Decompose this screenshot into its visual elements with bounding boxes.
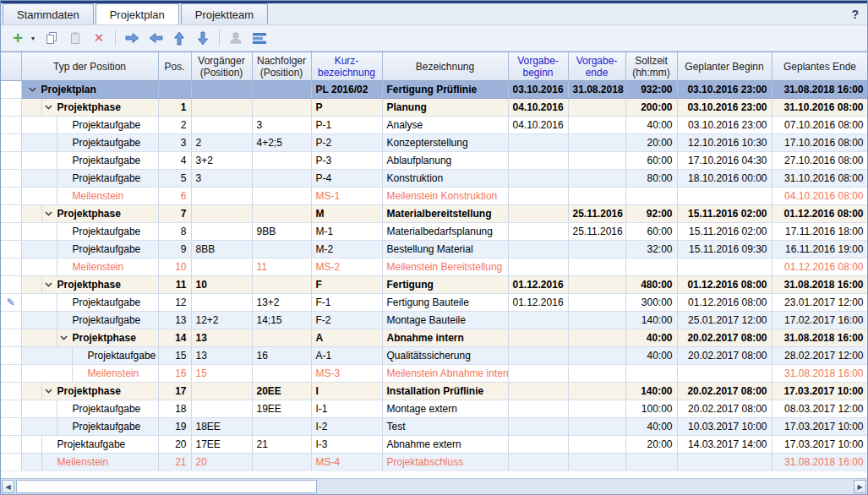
add-dropdown-button[interactable]: ▾ — [28, 28, 38, 48]
column-header-pstart[interactable]: Geplanter Beginn — [677, 52, 772, 81]
column-header-name[interactable]: Bezeichnung — [382, 52, 508, 81]
table-row-pos-2[interactable]: Projektaufgabe23P-1Analyse04.10.201640:0… — [1, 117, 867, 134]
description-cell: Montage Bauteile — [382, 312, 508, 329]
help-icon[interactable]: ? — [851, 8, 859, 21]
planned-end-cell: 04.10.2016 08:00 — [772, 188, 867, 205]
column-header-type[interactable]: Typ der Position — [21, 52, 158, 81]
predecessor-cell: 20 — [191, 454, 252, 471]
planned-end-cell: 31.08.2018 16:00 — [772, 81, 867, 99]
table-row-pos-5[interactable]: Projektaufgabe53P-4Konstruktion80:0018.1… — [1, 170, 867, 188]
table-row-pos-21[interactable]: Meilenstein2120MS-4Projektabschluss31.08… — [1, 454, 867, 471]
chevron-down-icon[interactable] — [42, 105, 56, 110]
scroll-left-button[interactable]: ◀ — [2, 480, 14, 493]
table-row-pos-4[interactable]: Projektaufgabe43+2P-3Ablaufplanung60:001… — [1, 152, 867, 170]
table-row-pos-7[interactable]: Projektphase7MMaterialbereitstellung25.1… — [1, 205, 867, 223]
delete-button[interactable]: ✕ — [89, 28, 109, 48]
tab-stammdaten[interactable]: Stammdaten — [3, 3, 94, 24]
tree-indent — [26, 152, 57, 170]
target-start-cell — [508, 312, 568, 329]
row-marker-cell — [1, 418, 21, 436]
pos-cell: 20 — [158, 436, 191, 454]
type-tree-cell: Projektaufgabe — [21, 241, 158, 258]
short-code-cell: I — [311, 383, 382, 400]
add-button[interactable]: + — [8, 28, 28, 48]
outdent-left-button[interactable] — [145, 28, 166, 48]
indent-right-button[interactable] — [122, 28, 142, 48]
predecessor-cell — [191, 258, 252, 276]
target-end-cell — [568, 152, 625, 170]
tree-indent — [26, 117, 57, 134]
table-row-pos-15[interactable]: Projektaufgabe151316A-1Qualitätssicherun… — [1, 347, 867, 365]
tab-projektteam[interactable]: Projektteam — [181, 3, 268, 24]
type-tree-cell: Projektaufgabe — [21, 223, 158, 241]
row-marker-cell — [1, 117, 21, 134]
row-marker-cell — [1, 400, 21, 418]
chevron-down-icon[interactable] — [42, 211, 56, 216]
move-up-button[interactable] — [169, 28, 189, 48]
table-row-pos-11[interactable]: Projektphase1110FFertigung01.12.2016480:… — [1, 276, 867, 294]
planned-start-cell: 15.11.2016 02:00 — [677, 223, 772, 241]
position-type-label: Projektaufgabe — [71, 296, 141, 308]
table-row-pos-20[interactable]: Projektaufgabe2017EE21I-3Abnahme extern2… — [1, 436, 867, 454]
short-code-cell: I-1 — [311, 400, 382, 418]
target-start-cell — [508, 329, 568, 347]
chevron-down-icon[interactable] — [57, 335, 71, 340]
expand-rows-button[interactable] — [249, 28, 270, 48]
type-tree-cell: Meilenstein — [21, 188, 158, 205]
copy-button[interactable] — [41, 28, 62, 48]
chevron-down-icon[interactable] — [42, 389, 56, 394]
chevron-down-icon[interactable] — [42, 282, 56, 287]
table-row-pos-6[interactable]: Meilenstein6MS-1Meilenstein Konstruktion… — [1, 188, 867, 205]
target-start-cell — [508, 205, 568, 223]
target-start-cell — [508, 188, 568, 205]
tree-indent — [26, 312, 57, 329]
planned-end-cell: 31.08.2018 16:00 — [772, 454, 867, 471]
table-row-pos-17[interactable]: Projektphase1720EEIInstallation Prüflini… — [1, 383, 867, 400]
pos-cell: 18 — [158, 400, 191, 418]
predecessor-cell — [191, 99, 252, 117]
description-cell: Konstruktion — [382, 170, 508, 188]
row-marker-cell — [1, 134, 21, 152]
table-row-pos-1[interactable]: Projektphase1PPlanung04.10.2016200:0003.… — [1, 99, 867, 117]
column-header-gutter[interactable] — [1, 52, 21, 81]
table-row-pos-8[interactable]: Projektaufgabe89BBM-1Materialbedarfsplan… — [1, 223, 867, 241]
paste-button[interactable] — [65, 28, 85, 48]
table-row-pos-10[interactable]: Meilenstein1011MS-2Meilenstein Bereitste… — [1, 258, 867, 276]
table-row-pos-18[interactable]: Projektaufgabe1819EEI-1Montage extern100… — [1, 400, 867, 418]
column-header-pred[interactable]: Vorgänger (Position) — [191, 52, 252, 81]
assign-person-button[interactable] — [226, 28, 246, 48]
chevron-down-icon[interactable] — [26, 87, 40, 92]
scrollbar-thumb[interactable] — [16, 480, 317, 493]
planned-start-cell: 15.11.2016 02:00 — [677, 205, 772, 223]
column-header-tstart[interactable]: Vorgabe- beginn — [508, 52, 568, 81]
scroll-right-button[interactable]: ▶ — [854, 480, 866, 493]
table-row-pos-3[interactable]: Projektaufgabe324+2;5P-2Konzepterstellun… — [1, 134, 867, 152]
arrow-down-icon — [197, 31, 209, 46]
horizontal-scrollbar[interactable]: ◀ ▶ — [1, 478, 867, 494]
move-down-button[interactable] — [193, 28, 213, 48]
tree-indent — [26, 400, 57, 418]
table-row-pos-root[interactable]: ProjektplanPL 2016/02Fertigung Prüflinie… — [1, 81, 867, 99]
column-header-succ[interactable]: Nachfolger (Position) — [252, 52, 311, 81]
predecessor-cell — [191, 223, 252, 241]
target-end-cell — [568, 365, 625, 383]
target-end-cell — [568, 188, 625, 205]
grid-header-row: Typ der PositionPos.Vorgänger (Position)… — [1, 52, 867, 81]
table-row-pos-13[interactable]: Projektaufgabe1312+214;15F-2Montage Baut… — [1, 312, 867, 329]
column-header-code[interactable]: Kurz- bezeichnung — [311, 52, 382, 81]
table-row-pos-9[interactable]: Projektaufgabe98BBM-2Bestellung Material… — [1, 241, 867, 258]
column-header-hours[interactable]: Sollzeit (hh:mm) — [625, 52, 677, 81]
position-type-label: Meilenstein — [56, 456, 109, 468]
predecessor-cell: 15 — [191, 365, 252, 383]
table-row-pos-12[interactable]: ✎Projektaufgabe1213+2F-1Fertigung Bautei… — [1, 294, 867, 312]
column-header-pos[interactable]: Pos. — [158, 52, 191, 81]
planned-hours-cell: 40:00 — [625, 117, 677, 134]
tab-projektplan[interactable]: Projektplan — [96, 3, 179, 24]
planned-start-cell: 20.02.2017 08:00 — [677, 329, 772, 347]
table-row-pos-16[interactable]: Meilenstein1615MS-3Meilenstein Abnahme i… — [1, 365, 867, 383]
column-header-pend[interactable]: Geplantes Ende — [772, 52, 867, 81]
column-header-tend[interactable]: Vorgabe- ende — [568, 52, 625, 81]
table-row-pos-19[interactable]: Projektaufgabe1918EEI-2Test40:0010.03.20… — [1, 418, 867, 436]
type-tree-cell: Projektaufgabe — [21, 347, 158, 365]
table-row-pos-14[interactable]: Projektphase1413AAbnahme intern40:0020.0… — [1, 329, 867, 347]
